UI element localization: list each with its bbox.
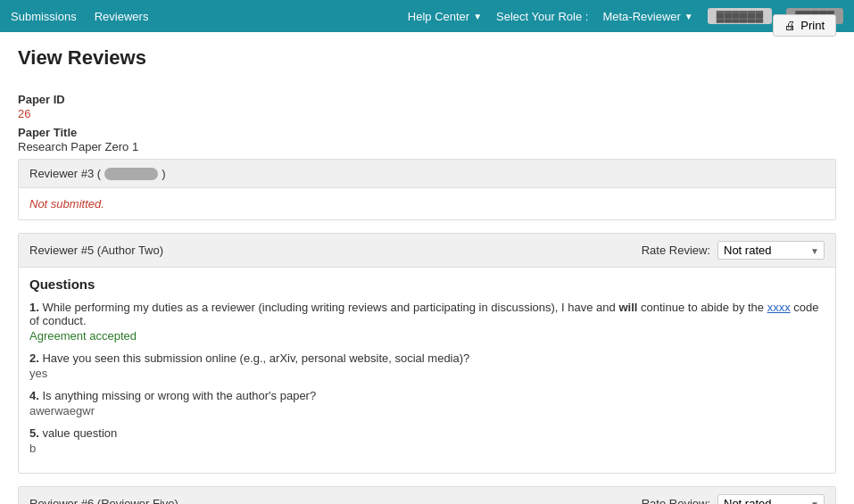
reviewer-5-rate-label: Rate Review: bbox=[642, 244, 710, 257]
navbar: Submissions Reviewers Help Center ▼ Sele… bbox=[0, 0, 854, 32]
not-submitted-msg: Not submitted. bbox=[29, 197, 104, 211]
question-4: 4. Is anything missing or wrong with the… bbox=[29, 389, 825, 417]
print-button[interactable]: 🖨 Print bbox=[773, 14, 836, 37]
reviewer-3-badge bbox=[104, 168, 158, 180]
q4-num: 4. bbox=[29, 389, 39, 402]
reviewer-3-name: Reviewer #3 ( ) bbox=[29, 167, 166, 180]
print-label: Print bbox=[800, 19, 825, 32]
question-4-text: 4. Is anything missing or wrong with the… bbox=[29, 389, 825, 402]
question-5-text: 5. value question bbox=[29, 426, 825, 440]
role-caret: ▼ bbox=[684, 12, 693, 21]
q2-num: 2. bbox=[29, 351, 39, 365]
q2-text: Have you seen this submission online (e.… bbox=[42, 351, 469, 365]
paper-title-section: Paper Title Research Paper Zero 1 bbox=[18, 126, 836, 153]
reviewer-3-block: Reviewer #3 ( ) Not submitted. bbox=[18, 159, 836, 220]
reviewer-6-rate-wrapper[interactable]: Not rated 1 - Terrible 2 - Below average… bbox=[717, 494, 825, 504]
q4-answer: awerwaegwr bbox=[29, 404, 825, 417]
role-dropdown[interactable]: Meta-Reviewer ▼ bbox=[602, 10, 692, 23]
reviewer-5-rate-area: Rate Review: Not rated 1 - Terrible 2 - … bbox=[642, 241, 825, 260]
q1-num: 1. bbox=[29, 301, 39, 314]
question-2: 2. Have you seen this submission online … bbox=[29, 351, 825, 380]
reviewer-5-label: Reviewer #5 (Author Two) bbox=[29, 244, 163, 257]
reviewer-6-header: Reviewer #6 (Reviewer Five) Rate Review:… bbox=[19, 487, 835, 504]
reviewer-5-body: Questions 1. While performing my duties … bbox=[19, 268, 835, 473]
help-center-label: Help Center bbox=[408, 10, 469, 23]
reviewer-6-label: Reviewer #6 (Reviewer Five) bbox=[29, 497, 178, 504]
question-1: 1. While performing my duties as a revie… bbox=[29, 301, 825, 343]
reviewer-5-questions-title: Questions bbox=[29, 277, 825, 292]
reviewer-6-name: Reviewer #6 (Reviewer Five) bbox=[29, 497, 178, 504]
reviewer-3-body: Not submitted. bbox=[19, 188, 835, 219]
question-2-text: 2. Have you seen this submission online … bbox=[29, 351, 825, 365]
reviewer-5-rate-select[interactable]: Not rated 1 - Terrible 2 - Below average… bbox=[717, 241, 825, 260]
reviewer-5-rate-wrapper[interactable]: Not rated 1 - Terrible 2 - Below average… bbox=[717, 241, 825, 260]
reviewer-5-name: Reviewer #5 (Author Two) bbox=[29, 244, 163, 257]
reviewer-3-label: Reviewer #3 ( bbox=[29, 167, 101, 180]
main-content: View Reviews 🖨 Print Paper ID 26 Paper T… bbox=[0, 32, 854, 504]
q2-answer: yes bbox=[29, 367, 825, 380]
navbar-left: Submissions Reviewers bbox=[11, 10, 148, 23]
question-1-text: 1. While performing my duties as a revie… bbox=[29, 301, 825, 327]
select-role-label: Select Your Role : bbox=[496, 10, 588, 23]
help-center-dropdown[interactable]: Help Center ▼ bbox=[408, 10, 482, 23]
reviewer-6-rate-area: Rate Review: Not rated 1 - Terrible 2 - … bbox=[642, 494, 825, 504]
q4-text: Is anything missing or wrong with the au… bbox=[42, 389, 316, 402]
paper-title-value: Research Paper Zero 1 bbox=[18, 140, 836, 153]
q5-num: 5. bbox=[29, 426, 39, 440]
reviewer-6-rate-select[interactable]: Not rated 1 - Terrible 2 - Below average… bbox=[717, 494, 825, 504]
q5-answer: b bbox=[29, 442, 825, 455]
reviewer-6-block: Reviewer #6 (Reviewer Five) Rate Review:… bbox=[18, 486, 836, 504]
reviewer-5-header: Reviewer #5 (Author Two) Rate Review: No… bbox=[19, 234, 835, 268]
help-center-caret: ▼ bbox=[473, 12, 482, 21]
reviewer-3-header: Reviewer #3 ( ) bbox=[19, 160, 835, 188]
paper-id-label: Paper ID bbox=[18, 93, 836, 106]
paper-id-value: 26 bbox=[18, 107, 836, 120]
paper-id-section: Paper ID 26 bbox=[18, 93, 836, 120]
q1-will: will bbox=[618, 301, 637, 314]
user-btn-1[interactable]: ▓▓▓▓▓▓ bbox=[708, 8, 773, 24]
reviewer-6-rate-label: Rate Review: bbox=[642, 497, 710, 504]
paper-title-label: Paper Title bbox=[18, 126, 836, 139]
role-label: Meta-Reviewer bbox=[602, 10, 680, 23]
page-title: View Reviews bbox=[18, 46, 146, 70]
reviewer-5-block: Reviewer #5 (Author Two) Rate Review: No… bbox=[18, 233, 836, 474]
printer-icon: 🖨 bbox=[784, 19, 796, 32]
q1-answer: Agreement accepted bbox=[29, 329, 825, 343]
q5-text: value question bbox=[42, 426, 117, 440]
question-5: 5. value question b bbox=[29, 426, 825, 455]
nav-submissions[interactable]: Submissions bbox=[11, 10, 77, 23]
reviewer-3-suffix: ) bbox=[162, 167, 165, 180]
q1-text-part1: While performing my duties as a reviewer… bbox=[42, 301, 618, 314]
nav-reviewers[interactable]: Reviewers bbox=[95, 10, 149, 23]
q1-text-part2: continue to abide by the bbox=[641, 301, 767, 314]
q1-link[interactable]: xxxx bbox=[767, 301, 791, 314]
